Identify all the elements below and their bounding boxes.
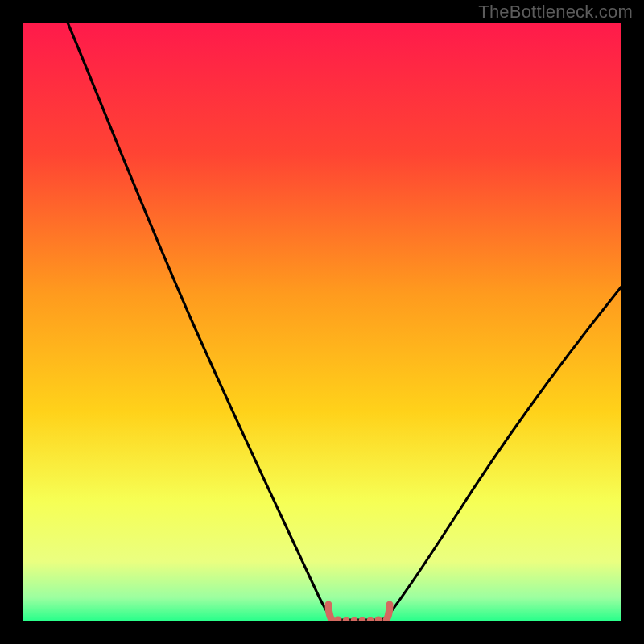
- chart-frame: TheBottleneck.com: [0, 0, 644, 644]
- gradient-background: [23, 23, 621, 621]
- watermark-text: TheBottleneck.com: [478, 2, 633, 23]
- plot-area: [23, 23, 621, 621]
- chart-svg: [23, 23, 621, 621]
